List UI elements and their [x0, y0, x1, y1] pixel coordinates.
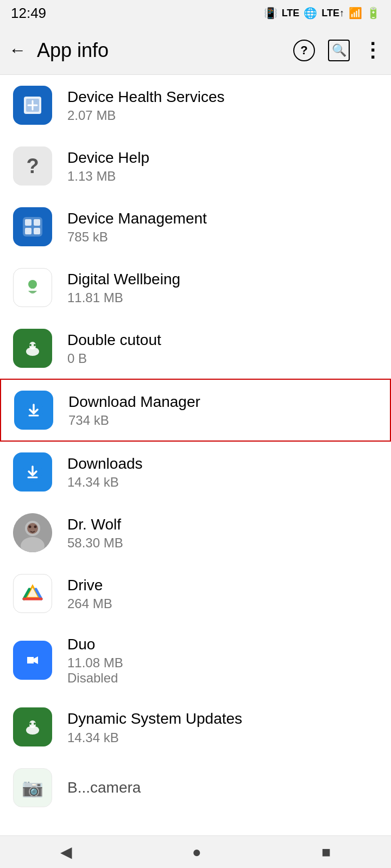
- svg-rect-6: [34, 228, 40, 234]
- app-name: Double cutout: [67, 330, 378, 350]
- vibrate-icon: 📳: [264, 7, 278, 20]
- app-name: Duo: [67, 635, 378, 654]
- app-name: Dynamic System Updates: [67, 709, 378, 729]
- app-info-device-management: Device Management 785 kB: [67, 209, 378, 245]
- list-item[interactable]: 📷 B...camera: [0, 757, 391, 818]
- lte-icon: LTE: [282, 8, 300, 19]
- svg-rect-5: [25, 228, 31, 234]
- svg-point-10: [29, 344, 31, 346]
- app-disabled: Disabled: [67, 671, 378, 686]
- help-button[interactable]: ?: [293, 40, 315, 61]
- app-info-download-manager: Download Manager 734 kB: [68, 392, 377, 428]
- app-icon-drive: [13, 574, 52, 613]
- wifi-icon: 🌐: [304, 7, 317, 20]
- app-name: Download Manager: [68, 392, 377, 412]
- app-icon-bcamera: 📷: [13, 768, 52, 807]
- app-icon-dynamic-system-updates: [13, 707, 52, 746]
- app-size: 734 kB: [68, 413, 377, 428]
- app-size: 58.30 MB: [67, 535, 378, 551]
- back-button[interactable]: ←: [9, 40, 26, 60]
- app-bar-actions: ? 🔍 ⋮: [293, 39, 382, 62]
- app-bar: ← App info ? 🔍 ⋮: [0, 26, 391, 75]
- app-icon-device-help: ?: [13, 146, 52, 186]
- svg-point-11: [34, 344, 36, 346]
- more-options-button[interactable]: ⋮: [363, 39, 382, 62]
- svg-point-7: [28, 280, 37, 289]
- app-size: 2.07 MB: [67, 108, 378, 123]
- app-size: 14.34 kB: [67, 730, 378, 745]
- list-item-download-manager[interactable]: Download Manager 734 kB: [0, 379, 391, 442]
- app-info-dr-wolf: Dr. Wolf 58.30 MB: [67, 515, 378, 551]
- app-info-dynamic-system-updates: Dynamic System Updates 14.34 kB: [67, 709, 378, 745]
- app-name: B...camera: [67, 778, 378, 797]
- battery-icon: 🔋: [367, 7, 380, 20]
- app-name: Downloads: [67, 454, 378, 474]
- app-icon-duo: [13, 641, 52, 680]
- search-button[interactable]: 🔍: [328, 40, 350, 61]
- status-bar: 12:49 📳 LTE 🌐 LTE↑ 📶 🔋: [0, 0, 391, 26]
- app-name: Digital Wellbeing: [67, 270, 378, 289]
- app-name: Device Management: [67, 209, 378, 228]
- status-time: 12:49: [11, 5, 46, 22]
- page-title: App info: [37, 39, 282, 62]
- svg-point-26: [34, 723, 36, 725]
- app-name: Device Help: [67, 148, 378, 168]
- app-icon-double-cutout: [13, 329, 52, 368]
- svg-point-21: [34, 526, 37, 528]
- back-nav-button[interactable]: ◀: [60, 843, 72, 861]
- list-item[interactable]: ? Device Help 1.13 MB: [0, 136, 391, 196]
- app-info-downloads: Downloads 14.34 kB: [67, 454, 378, 490]
- home-nav-button[interactable]: ●: [192, 844, 201, 861]
- list-item[interactable]: Digital Wellbeing 11.81 MB: [0, 257, 391, 318]
- app-icon-digital-wellbeing: [13, 268, 52, 307]
- app-size: 0 B: [67, 351, 378, 366]
- app-icon-dr-wolf: [13, 513, 52, 552]
- app-icon-download-manager: [14, 391, 53, 430]
- app-info-digital-wellbeing: Digital Wellbeing 11.81 MB: [67, 270, 378, 305]
- svg-rect-4: [34, 219, 40, 226]
- lte2-icon: LTE↑: [321, 8, 344, 19]
- app-info-bcamera: B...camera: [67, 778, 378, 797]
- svg-point-20: [29, 526, 31, 528]
- list-item[interactable]: Downloads 14.34 kB: [0, 442, 391, 502]
- list-item[interactable]: Dynamic System Updates 14.34 kB: [0, 697, 391, 757]
- app-info-device-health-services: Device Health Services 2.07 MB: [67, 87, 378, 123]
- list-item[interactable]: Duo 11.08 MB Disabled: [0, 624, 391, 697]
- app-icon-device-health-services: [13, 86, 52, 125]
- app-icon-device-management: [13, 207, 52, 246]
- app-list: Device Health Services 2.07 MB ? Device …: [0, 75, 391, 835]
- app-size: 14.34 kB: [67, 475, 378, 490]
- app-size: 264 MB: [67, 596, 378, 611]
- svg-point-25: [29, 723, 31, 725]
- app-size: 785 kB: [67, 229, 378, 245]
- status-icons: 📳 LTE 🌐 LTE↑ 📶 🔋: [264, 7, 380, 20]
- list-item[interactable]: Double cutout 0 B: [0, 318, 391, 379]
- recents-nav-button[interactable]: ■: [321, 844, 331, 861]
- app-info-device-help: Device Help 1.13 MB: [67, 148, 378, 184]
- app-info-double-cutout: Double cutout 0 B: [67, 330, 378, 366]
- app-size: 11.08 MB: [67, 655, 378, 671]
- bottom-nav-bar: ◀ ● ■: [0, 835, 391, 868]
- signal-icon: 📶: [349, 7, 362, 20]
- list-item[interactable]: Dr. Wolf 58.30 MB: [0, 502, 391, 563]
- app-name: Device Health Services: [67, 87, 378, 107]
- app-icon-downloads: [13, 452, 52, 492]
- app-size: 11.81 MB: [67, 290, 378, 305]
- list-item[interactable]: Drive 264 MB: [0, 563, 391, 624]
- app-name: Drive: [67, 576, 378, 595]
- app-name: Dr. Wolf: [67, 515, 378, 534]
- list-item[interactable]: Device Management 785 kB: [0, 196, 391, 257]
- list-item[interactable]: Device Health Services 2.07 MB: [0, 75, 391, 136]
- svg-rect-3: [25, 219, 31, 226]
- app-size: 1.13 MB: [67, 169, 378, 184]
- app-info-drive: Drive 264 MB: [67, 576, 378, 611]
- app-info-duo: Duo 11.08 MB Disabled: [67, 635, 378, 686]
